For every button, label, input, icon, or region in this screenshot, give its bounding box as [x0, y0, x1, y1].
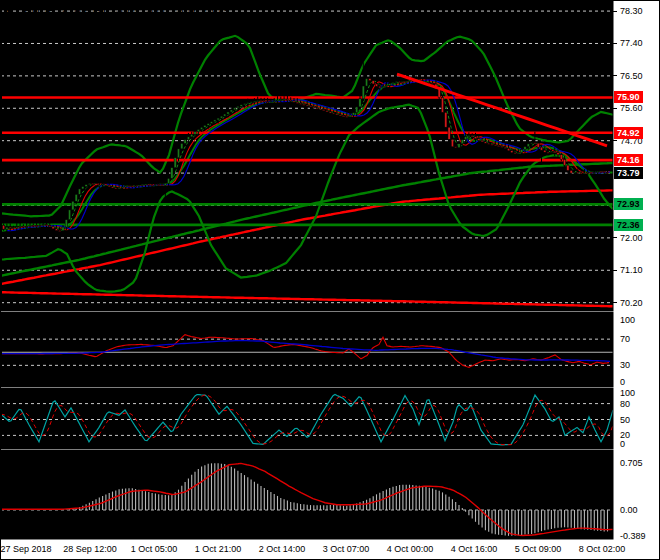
time-axis-label: 28 Sep 12:00 [63, 544, 117, 554]
time-axis-label: 1 Oct 05:00 [131, 544, 178, 554]
macd-indicator-label: MACD(12,26,9) -0.317 -0.291 [5, 453, 137, 464]
stoch-indicator-label: Stoch(5,3,3) 67.8571 42.9162 [5, 390, 137, 401]
time-axis-label: 3 Oct 07:00 [323, 544, 370, 554]
price-tick-label: 76.50 [620, 71, 643, 81]
rsi-scale-label: 70 [620, 334, 630, 344]
price-tick-label: 71.10 [620, 265, 643, 275]
price-line-badge-74.16: 74.16 [614, 154, 643, 166]
price-line-badge-75.90: 75.90 [614, 91, 643, 103]
price-tick-label: 77.40 [620, 38, 643, 48]
price-tick [613, 43, 617, 44]
price-tick-label: 70.20 [620, 298, 643, 308]
rsi-scale-label: 100 [620, 315, 635, 325]
price-line-badge-72.36: 72.36 [614, 219, 643, 231]
ohlc-values: 73.76 73.80 73.76 73.79 [110, 4, 229, 16]
time-axis[interactable]: 27 Sep 201828 Sep 12:001 Oct 05:001 Oct … [1, 540, 660, 560]
price-axis[interactable]: 78.3077.4076.5075.6074.7072.0071.1070.20… [613, 1, 660, 540]
stoch-scale-label: 100 [620, 388, 635, 398]
price-tick [613, 108, 617, 109]
price-tick [613, 302, 617, 303]
price-line-badge-73.79: 73.79 [614, 167, 643, 179]
stoch-scale-label: 50 [620, 415, 630, 425]
time-axis-label: 4 Oct 16:00 [451, 544, 498, 554]
chart-canvas[interactable] [1, 1, 660, 560]
time-axis-label: 27 Sep 2018 [0, 544, 51, 554]
symbol-period-label: CRUDE_X18.e,H1 [16, 4, 107, 16]
price-tick-label: 78.30 [620, 6, 643, 16]
price-line-badge-74.92: 74.92 [614, 127, 643, 139]
macd-scale-label: 0.00 [620, 505, 638, 515]
price-line-badge-72.93: 72.93 [614, 198, 643, 210]
time-axis-label: 1 Oct 21:00 [195, 544, 242, 554]
price-tick-label: 72.00 [620, 233, 643, 243]
chart-window: ▼CRUDE_X18.e,H1 73.76 73.80 73.76 73.79 … [0, 0, 660, 560]
chart-menu-arrow-icon[interactable]: ▼ [5, 7, 13, 16]
rsi-scale-label: 0 [620, 377, 625, 387]
macd-scale-label: 0.705 [620, 458, 643, 468]
time-axis-label: 5 Oct 09:00 [515, 544, 562, 554]
price-tick [613, 140, 617, 141]
price-tick-label: 75.60 [620, 103, 643, 113]
time-axis-label: 4 Oct 00:00 [387, 544, 434, 554]
price-tick [613, 11, 617, 12]
rsi-scale-label: 30 [620, 360, 630, 370]
price-tick [613, 237, 617, 238]
price-tick [613, 75, 617, 76]
time-axis-label: 8 Oct 02:00 [579, 544, 626, 554]
chart-title: ▼CRUDE_X18.e,H1 73.76 73.80 73.76 73.79 [5, 4, 229, 16]
price-tick [613, 270, 617, 271]
time-axis-label: 2 Oct 14:00 [259, 544, 306, 554]
stoch-scale-label: 80 [620, 399, 630, 409]
rsi-indicator-label: RSI(14) 34.3915 ->MA(18) 36.1789 [5, 314, 162, 325]
stoch-scale-label: 0 [620, 439, 625, 449]
